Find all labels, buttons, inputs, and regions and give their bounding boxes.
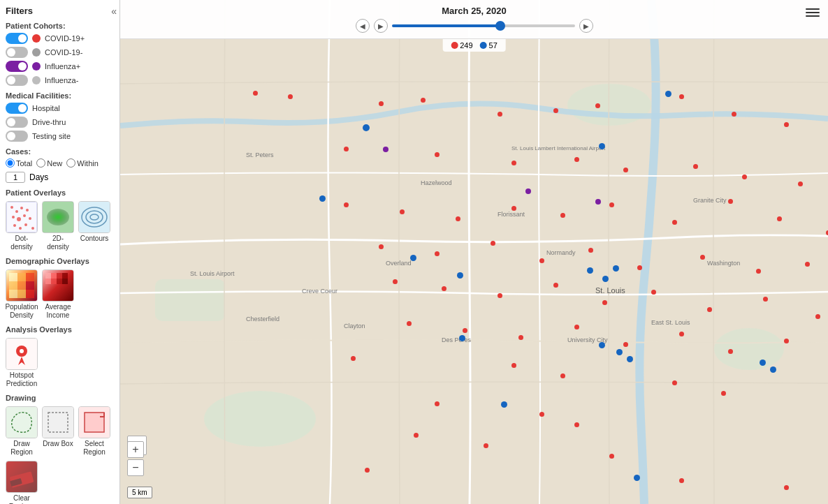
map-point [732, 112, 736, 117]
map-point-blue [410, 255, 416, 261]
step-forward-button[interactable]: ▶ [374, 19, 388, 33]
svg-rect-46 [85, 413, 104, 432]
map-point [602, 300, 607, 305]
collapse-button[interactable]: « [111, 6, 117, 17]
map-point-blue [602, 276, 609, 282]
patient-overlay-grid: Dot-density 2D-density [6, 201, 114, 251]
map-point [421, 98, 426, 103]
facility-drivethru-row: Drive-thru [6, 117, 114, 128]
cases-within-option[interactable]: Within [66, 158, 99, 168]
drawing-draw-box[interactable]: Draw Box [42, 406, 74, 457]
draw-region-svg [6, 407, 37, 438]
map-point [553, 108, 558, 113]
overlay-hotspot[interactable]: Hotspot Prediction [6, 338, 38, 388]
map-point [588, 248, 593, 253]
slider-row: ◀ ▶ ▶ [356, 19, 593, 33]
map-point [365, 468, 370, 473]
svg-text:St. Peters: St. Peters [246, 151, 274, 158]
drawing-select-region-img [78, 406, 110, 438]
map-point [574, 157, 579, 162]
date-slider[interactable] [392, 24, 575, 27]
medical-facilities-label: Medical Facilities: [6, 91, 114, 100]
legend-blue: 57 [480, 41, 497, 50]
overlay-contours-label: Contours [80, 235, 109, 243]
svg-rect-22 [17, 273, 26, 281]
svg-point-52 [567, 84, 651, 126]
cohort-covid-pos-label: COVID-19+ [45, 34, 85, 43]
svg-point-11 [24, 223, 27, 226]
svg-rect-28 [17, 290, 26, 298]
svg-text:Overland: Overland [386, 260, 412, 267]
overlay-dot-density[interactable]: Dot-density [6, 201, 38, 251]
overlay-contours-img [78, 201, 110, 233]
facility-drivethru-toggle[interactable] [6, 117, 28, 128]
contours-svg [79, 202, 110, 232]
map-point-blue [665, 91, 671, 97]
svg-rect-21 [9, 273, 17, 281]
cohort-influenza-neg-toggle[interactable] [6, 75, 28, 86]
svg-text:Granite City: Granite City [693, 197, 727, 204]
map-point [805, 262, 810, 267]
map-point [721, 391, 726, 396]
map-point [553, 283, 558, 288]
zoom-in-button[interactable]: + [127, 441, 144, 458]
cases-label: Cases: [6, 147, 114, 156]
cohort-influenza-neg-label: Influenza- [45, 76, 78, 84]
play-button[interactable]: ▶ [579, 19, 593, 33]
overlay-dot-density-label: Dot-density [6, 235, 38, 251]
map-point [518, 335, 523, 340]
map-point [798, 181, 803, 186]
svg-rect-23 [26, 273, 34, 281]
svg-text:Creve Coeur: Creve Coeur [302, 288, 337, 295]
map-point [435, 251, 440, 256]
cohort-influenza-pos-label: Influenza+ [45, 62, 80, 71]
svg-text:Chesterfield: Chesterfield [246, 316, 279, 323]
cohort-covid-neg-row: COVID-19- [6, 47, 114, 58]
cohort-influenza-pos-toggle[interactable] [6, 61, 28, 72]
cases-new-option[interactable]: New [36, 158, 62, 168]
svg-rect-37 [57, 279, 62, 284]
svg-rect-35 [45, 279, 51, 284]
facility-testing-toggle[interactable] [6, 131, 28, 142]
map-point [672, 220, 677, 225]
overlay-pop-density[interactable]: Population Density [6, 269, 38, 320]
svg-point-2 [15, 210, 18, 213]
draw-box-svg [43, 407, 73, 438]
map-point [623, 168, 628, 172]
drawing-clear-regions[interactable]: Clear Regions [6, 461, 38, 504]
step-back-button[interactable]: ◀ [356, 19, 370, 33]
map-point [693, 164, 698, 169]
svg-point-10 [19, 227, 22, 230]
menu-button[interactable] [803, 6, 822, 20]
overlay-avg-income-label: Average Income [42, 303, 74, 320]
svg-point-9 [13, 224, 16, 227]
map-point [784, 339, 789, 343]
cases-within-input[interactable] [6, 172, 25, 183]
cohort-covid-neg-toggle[interactable] [6, 47, 28, 58]
overlay-2d-density[interactable]: 2D-density [42, 201, 74, 251]
overlay-contours[interactable]: Contours [78, 201, 110, 251]
svg-point-1 [10, 206, 13, 209]
cases-total-option[interactable]: Total [6, 158, 32, 168]
map-point [609, 454, 614, 459]
map-point-blue [627, 356, 633, 362]
drawing-draw-region[interactable]: Draw Region [6, 406, 38, 457]
map-background[interactable]: St. Louis St. Peters Hazelwood Florissan… [120, 0, 828, 504]
analysis-overlays-label: Analysis Overlays [6, 325, 114, 334]
map-point-blue [760, 360, 766, 366]
hotspot-svg [6, 339, 37, 369]
map-point [728, 199, 733, 204]
overlay-avg-income[interactable]: Average Income [42, 269, 74, 320]
svg-rect-26 [26, 281, 34, 290]
map-point [742, 175, 747, 179]
drawing-select-region[interactable]: Select Region [78, 406, 110, 457]
cohort-covid-pos-toggle[interactable] [6, 33, 28, 44]
svg-rect-32 [51, 273, 57, 279]
2d-density-svg [43, 202, 73, 232]
map-point [707, 307, 712, 312]
zoom-out-button[interactable]: − [127, 459, 144, 476]
facility-hospital-toggle[interactable] [6, 103, 28, 114]
map-point-purple [383, 147, 388, 152]
map-point [595, 103, 600, 108]
map-svg: St. Louis St. Peters Hazelwood Florissan… [120, 0, 828, 504]
